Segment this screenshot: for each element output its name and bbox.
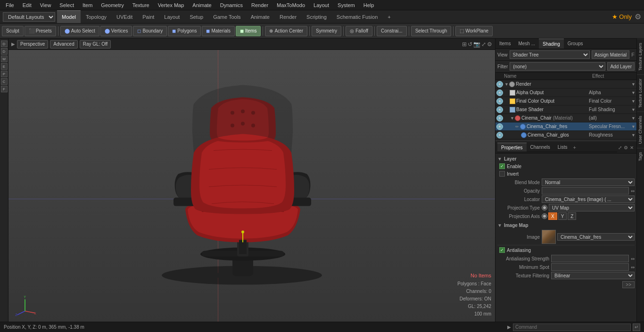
antialiasing-checkbox[interactable]: ✓ (499, 247, 505, 253)
eye-color[interactable]: ● (496, 98, 503, 105)
ray-gl-button[interactable]: Ray GL: Off (80, 40, 111, 49)
layout-tab-setup[interactable]: Setup (185, 10, 208, 23)
image-map-collapse[interactable]: ▼ (497, 223, 502, 228)
command-submit-button[interactable]: ↵ (633, 324, 640, 331)
projection-radio[interactable] (542, 205, 547, 211)
props-settings-icon[interactable]: ⚙ (623, 145, 629, 150)
image-select[interactable]: Cinema_Chair_fres (557, 233, 635, 241)
props-expand-icon[interactable]: ⤢ (617, 145, 623, 150)
menu-animate[interactable]: Animate (189, 1, 215, 9)
enable-checkbox[interactable]: ✓ (499, 163, 505, 169)
vertices-button[interactable]: ⬤ Vertices (100, 26, 132, 36)
viewport-canvas[interactable]: Z X Y No Items Polygons : Face Channels:… (8, 50, 495, 322)
filter-select[interactable]: (none) (510, 62, 605, 71)
shader-row-material[interactable]: ● ▼ Cinema_Chair (Material) (all) ▼ (495, 114, 636, 122)
advanced-button[interactable]: Advanced (50, 40, 77, 49)
layout-tab-schematic[interactable]: Schematic Fusion (332, 10, 382, 23)
expand-material[interactable]: ▼ (510, 116, 514, 121)
opacity-input[interactable]: 100.0 % (542, 187, 629, 194)
menu-layout[interactable]: Layout (310, 1, 333, 9)
axis-x-button[interactable]: X (548, 212, 557, 220)
menu-maxtomodo[interactable]: MaxToModo (273, 1, 309, 9)
layout-tab-topology[interactable]: Topology (81, 10, 111, 23)
shader-row-color[interactable]: ● Final Color Output Final Color ▼ (495, 97, 636, 105)
image-thumbnail[interactable] (542, 230, 556, 244)
left-tool-5[interactable]: P (1, 71, 8, 77)
perspective-button[interactable]: Perspective (17, 40, 48, 49)
min-spot-drag-icon[interactable]: ⇔ (631, 265, 635, 270)
viewport-icon-expand[interactable]: ⤢ (481, 41, 486, 48)
alpha-chevron[interactable]: ▼ (631, 90, 636, 95)
rp-tab-shading[interactable]: Shading (539, 39, 564, 49)
fres-chevron[interactable]: ▼ (631, 124, 636, 129)
layout-tab-scripting[interactable]: Scripting (302, 10, 331, 23)
select-through-button[interactable]: Select Through (411, 26, 452, 36)
star-only-button[interactable]: ★ Only (612, 13, 632, 20)
eye-base[interactable]: ● (496, 106, 503, 113)
layout-tab-render[interactable]: Render (275, 10, 301, 23)
menu-file[interactable]: File (2, 1, 18, 9)
shader-row-glos[interactable]: ● Cinema_Chair_glos Roughness ▼ (495, 131, 636, 139)
rp-tab-mesh[interactable]: Mesh ... (514, 39, 539, 49)
action-center-button[interactable]: ⊕ Action Center (265, 26, 307, 36)
layout-tab-animate[interactable]: Animate (246, 10, 274, 23)
left-tool-1[interactable]: D (1, 40, 8, 47)
left-tool-2[interactable]: D (1, 48, 8, 55)
eye-material[interactable]: ● (496, 115, 503, 121)
items-button[interactable]: ◼ Items (236, 26, 261, 36)
layout-tab-game-tools[interactable]: Game Tools (208, 10, 246, 23)
viewport[interactable]: ▶ Perspective Advanced Ray GL: Off ⊞ ↺ 📷… (8, 39, 495, 322)
tab-properties[interactable]: Properties (497, 143, 527, 152)
menu-geometry[interactable]: Geometry (97, 1, 127, 9)
assign-material-button[interactable]: Assign Material (592, 50, 629, 59)
layout-tab-paint[interactable]: Paint (138, 10, 159, 23)
glos-chevron[interactable]: ▼ (631, 133, 636, 138)
viewport-toggle[interactable]: ▶ (11, 41, 15, 47)
menu-system[interactable]: System (334, 1, 359, 9)
materials-button[interactable]: ◼ Materials (202, 26, 235, 36)
eye-glos[interactable]: ● (496, 132, 503, 138)
tab-channels[interactable]: Channels (527, 143, 554, 152)
falloff-button[interactable]: ◎ Falloff (346, 26, 372, 36)
rp-tab-groups[interactable]: Groups (564, 39, 587, 49)
projection-type-select[interactable]: UV Map (549, 204, 635, 211)
blend-mode-select[interactable]: Normal (542, 178, 635, 186)
aa-strength-input[interactable]: 100.0 % (551, 255, 629, 262)
view-select[interactable]: Shader Tree (510, 50, 590, 59)
eye-fres[interactable]: ● (496, 123, 503, 130)
left-tool-7[interactable]: F (1, 86, 8, 92)
strip-tab-texture-layers[interactable]: Texture Layers (637, 39, 644, 74)
layout-tab-plus[interactable]: + (383, 10, 395, 23)
layout-dropdown[interactable]: Default Layouts (3, 12, 55, 22)
menu-item[interactable]: Item (79, 1, 96, 9)
command-input[interactable] (513, 324, 631, 331)
sculpt-button[interactable]: Sculpt (2, 26, 24, 36)
layout-tab-uvedit[interactable]: UVEdit (112, 10, 137, 23)
pencil-fres[interactable]: ✏ (515, 124, 519, 129)
shader-row-alpha[interactable]: ● Alpha Output Alpha ▼ (495, 89, 636, 97)
layout-tab-model[interactable]: Model (57, 10, 81, 23)
layout-tab-layout[interactable]: Layout (159, 10, 184, 23)
add-layer-button[interactable]: Add Layer (607, 62, 635, 71)
viewport-icon-rotate[interactable]: ↺ (468, 41, 472, 48)
command-arrow[interactable]: ▶ (507, 324, 511, 330)
shader-row-render[interactable]: ● ▼ Render ▼ (495, 80, 636, 89)
viewport-icon-camera[interactable]: 📷 (473, 41, 480, 48)
add-tab-button[interactable]: + (571, 145, 578, 150)
min-spot-input[interactable]: 1.0 (551, 263, 629, 271)
axis-radio[interactable] (542, 213, 547, 219)
shader-row-base[interactable]: ● Base Shader Full Shading ▼ (495, 105, 636, 114)
menu-view[interactable]: View (36, 1, 55, 9)
menu-select[interactable]: Select (56, 1, 78, 9)
left-tool-6[interactable]: C (1, 78, 8, 85)
color-chevron[interactable]: ▼ (631, 99, 636, 104)
eye-render[interactable]: ● (496, 81, 503, 88)
auto-select-button[interactable]: ⬤ Auto Select (60, 26, 99, 36)
opacity-drag-icon[interactable]: ⇔ (631, 188, 635, 194)
tex-filter-select[interactable]: Bilinear (551, 272, 635, 279)
menu-help[interactable]: Help (360, 1, 378, 9)
menu-vertex-map[interactable]: Vertex Map (154, 1, 188, 9)
left-tool-3[interactable]: M (1, 56, 8, 62)
axis-z-button[interactable]: Z (568, 212, 576, 220)
menu-render[interactable]: Render (248, 1, 272, 9)
